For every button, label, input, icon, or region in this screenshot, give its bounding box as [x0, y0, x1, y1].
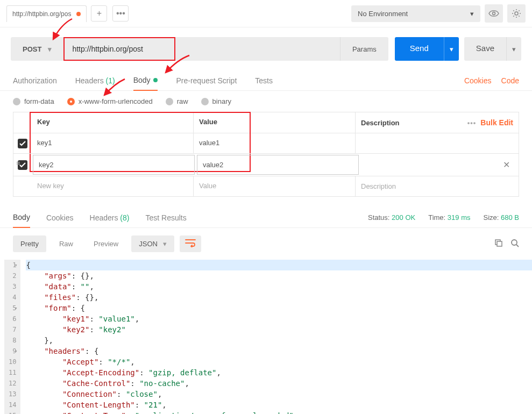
radio-binary[interactable]: binary — [201, 97, 231, 105]
value-column-header: Value — [194, 112, 356, 133]
body-indicator-icon — [153, 78, 158, 82]
value-cell[interactable]: value2 — [197, 155, 359, 175]
url-input[interactable] — [63, 37, 175, 61]
radio-icon — [166, 98, 173, 105]
save-button[interactable]: Save — [464, 37, 506, 61]
response-body-viewer[interactable]: 123456789101112131415 { "args": {}, "dat… — [0, 260, 532, 414]
caret-down-icon: ▾ — [163, 240, 167, 248]
headers-count: (1) — [106, 76, 115, 85]
table-row: ≡ key2 value2 ✕ — [13, 153, 519, 176]
body-params-table: Key Value Description ••• Bulk Edit key1… — [0, 112, 532, 201]
table-new-row: New key Value Description — [13, 176, 519, 196]
environment-label: No Environment — [358, 10, 408, 18]
tab-body[interactable]: Body — [133, 70, 158, 91]
method-label: POST — [23, 45, 41, 53]
caret-down-icon: ▾ — [450, 45, 453, 53]
column-options-button[interactable]: ••• — [467, 119, 477, 127]
language-select[interactable]: JSON▾ — [131, 235, 174, 252]
delete-row-button[interactable]: ✕ — [500, 160, 513, 170]
radio-raw[interactable]: raw — [166, 97, 188, 105]
view-mode-preview[interactable]: Preview — [86, 235, 126, 252]
description-cell-placeholder[interactable]: Description — [356, 176, 519, 196]
key-cell[interactable]: key2 — [33, 155, 195, 175]
code-content: { "args": {}, "data": "", "files": {}, "… — [20, 260, 532, 414]
copy-response-button[interactable] — [494, 239, 503, 249]
bulk-edit-button[interactable]: Bulk Edit — [480, 118, 513, 127]
send-dropdown[interactable]: ▾ — [444, 37, 459, 61]
svg-point-1 — [515, 12, 518, 15]
radio-urlencoded[interactable]: x-www-form-urlencoded — [67, 97, 153, 105]
view-mode-pretty[interactable]: Pretty — [13, 235, 46, 252]
send-button[interactable]: Send — [395, 37, 444, 61]
line-gutter: 123456789101112131415 — [4, 260, 20, 414]
value-cell-placeholder[interactable]: Value — [194, 176, 356, 196]
response-tab-test-results[interactable]: Test Results — [145, 208, 186, 227]
time-indicator: Time: 319 ms — [428, 213, 470, 222]
caret-down-icon: ▾ — [48, 45, 52, 53]
radio-form-data[interactable]: form-data — [13, 97, 54, 105]
unsaved-dot-icon — [76, 12, 81, 16]
request-tab[interactable]: http://httpbin.org/pos — [6, 5, 87, 22]
tab-prerequest[interactable]: Pre-request Script — [176, 71, 237, 90]
key-cell[interactable]: key1 — [32, 133, 194, 153]
table-row: key1 value1 — [13, 133, 519, 153]
drag-handle-icon[interactable]: ≡ — [16, 159, 20, 167]
caret-down-icon: ▾ — [470, 10, 474, 18]
key-cell-placeholder[interactable]: New key — [32, 176, 194, 196]
description-cell[interactable] — [356, 133, 519, 153]
params-button[interactable]: Params — [340, 37, 388, 61]
checkbox-checked-icon[interactable] — [18, 139, 27, 148]
description-column-header: Description — [361, 119, 400, 127]
environment-select[interactable]: No Environment ▾ — [351, 5, 480, 22]
response-tabs: Body Cookies Headers (8) Test Results St… — [0, 208, 532, 228]
tab-headers[interactable]: Headers (1) — [75, 71, 115, 90]
size-indicator: Size: 680 B — [483, 213, 519, 222]
settings-button[interactable] — [507, 4, 526, 23]
response-headers-count: (8) — [120, 213, 129, 222]
wrap-lines-button[interactable] — [180, 235, 201, 252]
description-cell[interactable]: ✕ — [360, 154, 519, 176]
body-type-selector: form-data x-www-form-urlencoded raw bina… — [0, 91, 532, 112]
response-tab-cookies[interactable]: Cookies — [46, 208, 74, 227]
method-select[interactable]: POST ▾ — [11, 37, 63, 61]
svg-point-6 — [512, 240, 517, 245]
radio-icon — [13, 98, 20, 105]
response-tab-headers[interactable]: Headers (8) — [90, 208, 130, 227]
tab-tests[interactable]: Tests — [255, 71, 273, 90]
top-bar: http://httpbin.org/pos + ••• No Environm… — [0, 0, 532, 27]
cookies-link[interactable]: Cookies — [464, 76, 492, 85]
url-remainder[interactable] — [175, 37, 340, 61]
radio-icon — [67, 98, 75, 105]
code-link[interactable]: Code — [501, 76, 519, 85]
save-dropdown[interactable]: ▾ — [506, 37, 521, 61]
table-header-row: Key Value Description ••• Bulk Edit — [13, 112, 519, 133]
key-column-header: Key — [32, 112, 194, 133]
tab-options-button[interactable]: ••• — [112, 5, 129, 22]
request-bar: POST ▾ Params Send ▾ Save ▾ — [0, 27, 532, 70]
svg-rect-5 — [497, 241, 502, 246]
value-cell[interactable]: value1 — [194, 133, 356, 153]
tab-actions: + ••• — [91, 5, 129, 22]
tab-title: http://httpbin.org/pos — [12, 10, 71, 18]
status-indicator: Status: 200 OK — [368, 213, 415, 222]
caret-down-icon: ▾ — [512, 45, 516, 53]
radio-icon — [201, 98, 209, 105]
svg-point-0 — [493, 12, 495, 15]
response-viewer-bar: Pretty Raw Preview JSON▾ — [0, 228, 532, 260]
request-tabs: Authorization Headers (1) Body Pre-reque… — [0, 70, 532, 91]
new-tab-button[interactable]: + — [91, 5, 107, 22]
search-response-button[interactable] — [510, 239, 519, 249]
environment-quicklook-button[interactable] — [485, 4, 503, 23]
tab-authorization[interactable]: Authorization — [13, 71, 57, 90]
response-tab-body[interactable]: Body — [13, 208, 30, 228]
view-mode-raw[interactable]: Raw — [52, 235, 81, 252]
